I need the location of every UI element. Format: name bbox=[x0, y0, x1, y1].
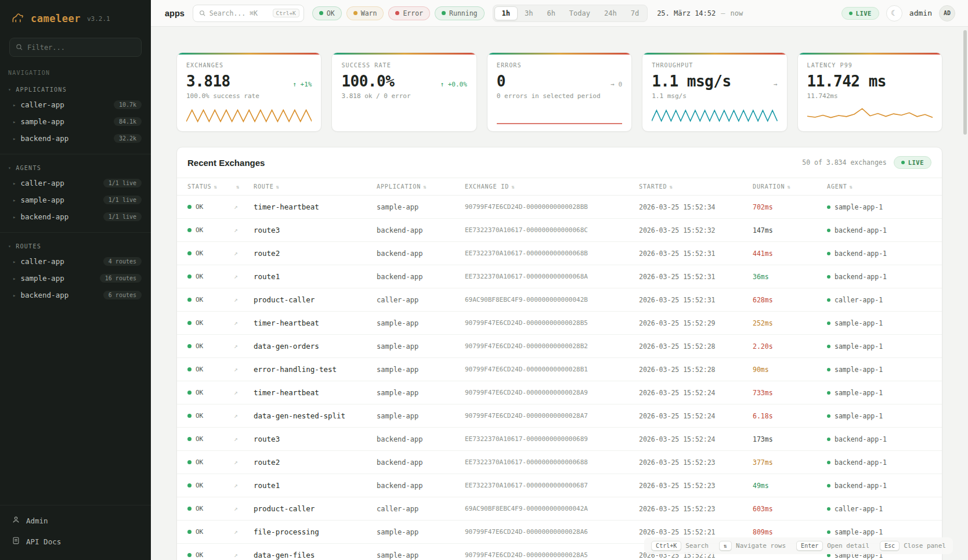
column-header-route[interactable]: ROUTE⇅ bbox=[248, 178, 371, 196]
avatar[interactable]: AD bbox=[939, 5, 955, 21]
duration-cell: 628ms bbox=[747, 288, 821, 312]
open-detail-icon[interactable]: ↗ bbox=[234, 458, 238, 466]
agent-value: sample-app-1 bbox=[827, 528, 936, 536]
sidebar-routes-caller-app[interactable]: ▸caller-app4 routes bbox=[0, 253, 151, 270]
column-header-agent[interactable]: AGENT⇅ bbox=[821, 178, 942, 196]
sidebar-agents-caller-app[interactable]: ▸caller-app1/1 live bbox=[0, 175, 151, 192]
agent-cell: backend-app-1 bbox=[821, 451, 942, 474]
table-row[interactable]: OK↗product-callercaller-app69AC90BF8EBC4… bbox=[177, 497, 942, 521]
sidebar-agents-backend-app[interactable]: ▸backend-app1/1 live bbox=[0, 208, 151, 225]
open-detail-icon[interactable]: ↗ bbox=[234, 366, 238, 373]
hint-label: Close panel bbox=[904, 542, 946, 550]
table-row[interactable]: OK↗product-callercaller-app69AC90BF8EBC4… bbox=[177, 288, 942, 312]
table-head: STATUS⇅⇅ROUTE⇅APPLICATION⇅EXCHANGE ID⇅ST… bbox=[177, 178, 942, 196]
table-row[interactable]: OK↗data-gen-nested-splitsample-app90799F… bbox=[177, 404, 942, 428]
range-7d[interactable]: 7d bbox=[624, 7, 646, 20]
search-input[interactable] bbox=[210, 9, 269, 17]
range-24h[interactable]: 24h bbox=[597, 7, 624, 20]
filter-chip-warn[interactable]: Warn bbox=[346, 6, 384, 20]
agent-dot-icon bbox=[827, 438, 830, 441]
filter-chip-ok[interactable]: OK bbox=[312, 6, 342, 20]
open-detail-icon[interactable]: ↗ bbox=[234, 412, 238, 420]
range-today[interactable]: Today bbox=[562, 7, 597, 20]
table-row[interactable]: OK↗timer-heartbeatsample-app90799F47E6CD… bbox=[177, 312, 942, 335]
application-cell: backend-app bbox=[371, 451, 459, 474]
table-row[interactable]: OK↗route1backend-appEE7322370A10617-0000… bbox=[177, 265, 942, 288]
open-detail-icon[interactable]: ↗ bbox=[234, 296, 238, 304]
table-row[interactable]: OK↗route3backend-appEE7322370A10617-0000… bbox=[177, 219, 942, 242]
sidebar-applications-sample-app[interactable]: ▸sample-app84.1k bbox=[0, 113, 151, 130]
section-title-routes[interactable]: ▾ROUTES bbox=[0, 239, 151, 253]
route-cell: route2 bbox=[248, 451, 371, 474]
range-3h[interactable]: 3h bbox=[518, 7, 540, 20]
ok-dot-icon bbox=[187, 391, 192, 395]
table-row[interactable]: OK↗route2backend-appEE7322370A10617-0000… bbox=[177, 451, 942, 474]
duration-cell: 36ms bbox=[747, 265, 821, 288]
table-row[interactable]: OK↗error-handling-testsample-app90799F47… bbox=[177, 358, 942, 381]
column-header-duration[interactable]: DURATION⇅ bbox=[747, 178, 821, 196]
open-detail-icon[interactable]: ↗ bbox=[234, 273, 238, 280]
range-6h[interactable]: 6h bbox=[540, 7, 562, 20]
open-detail-icon[interactable]: ↗ bbox=[234, 528, 238, 536]
open-detail-icon[interactable]: ↗ bbox=[234, 389, 238, 396]
expand-cell: ↗ bbox=[228, 544, 248, 560]
stat-trend: ↑ +1% bbox=[292, 81, 312, 88]
status-text: OK bbox=[196, 319, 203, 327]
open-detail-icon[interactable]: ↗ bbox=[234, 505, 238, 512]
open-detail-icon[interactable]: ↗ bbox=[234, 482, 238, 489]
column-header-expand[interactable]: ⇅ bbox=[228, 178, 248, 196]
open-detail-icon[interactable]: ↗ bbox=[234, 250, 238, 257]
column-header-status[interactable]: STATUS⇅ bbox=[177, 178, 228, 196]
stat-value-row: 11.742 ms bbox=[807, 73, 933, 90]
table-row[interactable]: OK↗route1backend-appEE7322370A10617-0000… bbox=[177, 474, 942, 497]
theme-toggle-button[interactable]: ☾ bbox=[886, 5, 902, 21]
open-detail-icon[interactable]: ↗ bbox=[234, 203, 238, 211]
application-cell: sample-app bbox=[371, 544, 459, 560]
sidebar-agents-sample-app[interactable]: ▸sample-app1/1 live bbox=[0, 192, 151, 208]
range-1h[interactable]: 1h bbox=[494, 6, 518, 20]
table-header-row: STATUS⇅⇅ROUTE⇅APPLICATION⇅EXCHANGE ID⇅ST… bbox=[177, 178, 942, 196]
open-detail-icon[interactable]: ↗ bbox=[234, 551, 238, 559]
sidebar-item-label: sample-app bbox=[20, 117, 64, 126]
sidebar-item-label: caller-app bbox=[20, 100, 64, 109]
started-cell: 2026-03-25 15:52:29 bbox=[633, 312, 747, 335]
exchange-id-cell: 69AC90BF8EBC4F9-000000000000042A bbox=[459, 497, 633, 521]
table-row[interactable]: OK↗route2backend-appEE7322370A10617-0000… bbox=[177, 242, 942, 265]
filter-chip-running[interactable]: Running bbox=[435, 6, 484, 20]
stat-subtext: 0 errors in selected period bbox=[497, 92, 622, 100]
footer-item-api-docs[interactable]: API Docs bbox=[0, 531, 151, 552]
sidebar-section-agents: ▾AGENTS▸caller-app1/1 live▸sample-app1/1… bbox=[0, 154, 151, 232]
status-dot-icon bbox=[395, 11, 399, 15]
column-header-exchange-id[interactable]: EXCHANGE ID⇅ bbox=[459, 178, 633, 196]
table-row[interactable]: OK↗route3backend-appEE7322370A10617-0000… bbox=[177, 428, 942, 451]
application-cell: sample-app bbox=[371, 381, 459, 404]
filter-chip-error[interactable]: Error bbox=[388, 6, 430, 20]
scrollbar-thumb[interactable] bbox=[963, 30, 967, 135]
status-text: OK bbox=[196, 226, 203, 234]
table-row[interactable]: OK↗timer-heartbeatsample-app90799F47E6CD… bbox=[177, 381, 942, 404]
sidebar-applications-backend-app[interactable]: ▸backend-app32.2k bbox=[0, 130, 151, 147]
sidebar-routes-backend-app[interactable]: ▸backend-app6 routes bbox=[0, 287, 151, 304]
status-cell: OK bbox=[177, 474, 228, 497]
sidebar-routes-sample-app[interactable]: ▸sample-app16 routes bbox=[0, 270, 151, 287]
table-row[interactable]: OK↗data-gen-orderssample-app90799F47E6CD… bbox=[177, 335, 942, 358]
open-detail-icon[interactable]: ↗ bbox=[234, 435, 238, 443]
sidebar-applications-caller-app[interactable]: ▸caller-app10.7k bbox=[0, 96, 151, 113]
footer-item-admin[interactable]: Admin bbox=[0, 510, 151, 531]
started-cell: 2026-03-25 15:52:24 bbox=[633, 381, 747, 404]
status-value: OK bbox=[187, 226, 222, 234]
open-detail-icon[interactable]: ↗ bbox=[234, 226, 238, 234]
section-title-applications[interactable]: ▾APPLICATIONS bbox=[0, 82, 151, 96]
section-title-agents[interactable]: ▾AGENTS bbox=[0, 160, 151, 175]
expand-cell: ↗ bbox=[228, 474, 248, 497]
sidebar-item-badge: 10.7k bbox=[114, 100, 142, 109]
table-row[interactable]: OK↗timer-heartbeatsample-app90799F47E6CD… bbox=[177, 196, 942, 219]
stat-value: 0 bbox=[497, 73, 505, 90]
column-header-application[interactable]: APPLICATION⇅ bbox=[371, 178, 459, 196]
started-cell: 2026-03-25 15:52:24 bbox=[633, 404, 747, 428]
open-detail-icon[interactable]: ↗ bbox=[234, 342, 238, 350]
column-header-started[interactable]: STARTED⇅ bbox=[633, 178, 747, 196]
exchange-id-cell: 90799F47E6CD24D-00000000000028A9 bbox=[459, 381, 633, 404]
open-detail-icon[interactable]: ↗ bbox=[234, 319, 238, 327]
sidebar-filter-input[interactable] bbox=[9, 38, 142, 57]
